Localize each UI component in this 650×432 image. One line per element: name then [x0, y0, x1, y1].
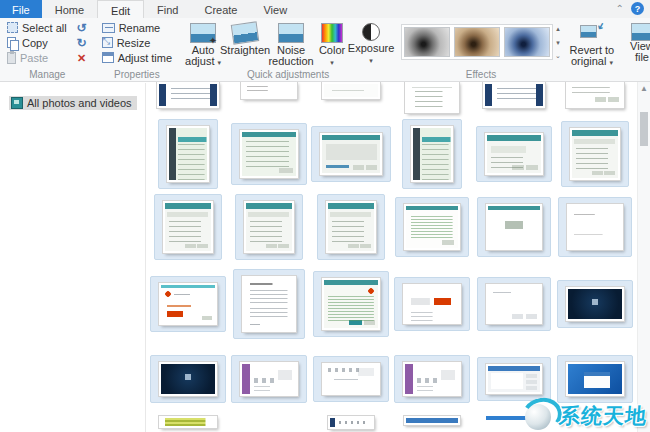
- caret-down-icon: ▾: [330, 59, 334, 66]
- group-revert: Revert to original ▾: [565, 18, 619, 81]
- noise-reduction-button[interactable]: Noise reduction: [267, 20, 315, 68]
- effects-gallery: [401, 24, 553, 60]
- group-view-file: View file: [619, 18, 650, 81]
- photo-thumbnail[interactable]: [328, 416, 374, 429]
- caret-down-icon: ▾: [369, 57, 373, 64]
- photo-thumbnail[interactable]: [404, 416, 460, 425]
- resize-icon: [102, 37, 113, 48]
- select-all-button[interactable]: Select all: [4, 20, 70, 35]
- photo-thumbnail[interactable]: [485, 133, 543, 175]
- straighten-icon: [231, 21, 260, 44]
- photo-thumbnail[interactable]: [326, 201, 376, 253]
- ribbon: Select all Copy Paste ↺ ↻ ✕ Manage: [0, 18, 650, 82]
- photo-thumbnail[interactable]: [242, 276, 296, 332]
- group-manage: Select all Copy Paste ↺ ↻ ✕ Manage: [0, 18, 95, 81]
- caret-down-icon: ▾: [218, 59, 222, 66]
- help-icon[interactable]: ?: [631, 2, 644, 15]
- straighten-button[interactable]: Straighten: [223, 20, 267, 68]
- copy-button[interactable]: Copy: [4, 35, 70, 50]
- auto-adjust-button[interactable]: Auto adjust ▾: [183, 20, 223, 68]
- color-button[interactable]: Color▾: [315, 20, 349, 68]
- group-effects: ▴ ▾ ⌄ Effects: [397, 18, 565, 81]
- paste-icon: [7, 52, 16, 64]
- tab-file[interactable]: File: [0, 0, 42, 18]
- gallery-more-icon[interactable]: ⌄: [555, 52, 561, 60]
- effect-cool-blue-thumbnail[interactable]: [504, 27, 550, 57]
- photo-thumbnail[interactable]: [240, 130, 298, 178]
- ribbon-tab-bar: File Home Edit Find Create View ⌃ ?: [0, 0, 650, 18]
- tab-create[interactable]: Create: [191, 0, 250, 18]
- adjust-time-icon: [102, 52, 114, 63]
- photo-thumbnail[interactable]: [403, 362, 461, 396]
- navigation-pane: All photos and videos: [0, 83, 146, 432]
- exposure-icon: [362, 23, 380, 41]
- photo-thumbnail[interactable]: [566, 287, 624, 321]
- minimize-ribbon-icon[interactable]: ⌃: [616, 4, 624, 14]
- photo-thumbnail[interactable]: [486, 416, 542, 420]
- auto-adjust-icon: [190, 23, 216, 43]
- photo-thumbnail[interactable]: [570, 128, 620, 180]
- photo-thumbnail[interactable]: [322, 278, 380, 330]
- photo-thumbnail[interactable]: [163, 201, 213, 253]
- rotate-right-button[interactable]: ↻: [73, 35, 91, 50]
- tab-view[interactable]: View: [250, 0, 300, 18]
- gallery-icon: [11, 97, 23, 109]
- effect-sepia-thumbnail[interactable]: [454, 27, 500, 57]
- tab-edit[interactable]: Edit: [97, 0, 144, 18]
- copy-icon: [7, 37, 18, 49]
- photo-thumbnail[interactable]: [322, 82, 380, 99]
- group-label-manage: Manage: [4, 69, 91, 81]
- photo-thumbnail[interactable]: [566, 82, 624, 108]
- photo-thumbnail[interactable]: [411, 126, 453, 182]
- rename-button[interactable]: Rename: [99, 20, 175, 35]
- resize-button[interactable]: Resize: [99, 35, 175, 50]
- delete-icon: ✕: [77, 52, 86, 64]
- color-icon: [321, 23, 343, 43]
- view-file-icon: [631, 23, 650, 41]
- photo-thumbnail[interactable]: [486, 364, 542, 394]
- revert-to-original-button[interactable]: Revert to original ▾: [569, 20, 615, 68]
- photo-thumbnail[interactable]: [157, 82, 219, 108]
- rotate-left-button[interactable]: ↺: [73, 20, 91, 35]
- group-properties: Rename Resize Adjust time Properties: [95, 18, 179, 81]
- nav-all-photos-and-videos[interactable]: All photos and videos: [9, 96, 137, 110]
- photo-thumbnail[interactable]: [244, 201, 294, 253]
- photo-thumbnail[interactable]: [404, 204, 460, 250]
- gallery-scroll-up-icon[interactable]: ▴: [555, 25, 561, 33]
- photo-thumbnail[interactable]: [566, 362, 624, 396]
- tab-find[interactable]: Find: [144, 0, 191, 18]
- paste-button[interactable]: Paste: [4, 50, 70, 65]
- scrollbar-thumb[interactable]: [640, 112, 648, 146]
- photo-thumbnail[interactable]: [405, 82, 459, 113]
- photo-thumbnail[interactable]: [322, 363, 380, 395]
- noise-reduction-icon: [278, 23, 304, 43]
- effect-grayscale-thumbnail[interactable]: [404, 27, 450, 57]
- group-label-properties: Properties: [99, 69, 175, 81]
- exposure-button[interactable]: Exposure▾: [349, 20, 393, 68]
- photo-thumbnail[interactable]: [241, 82, 297, 99]
- rotate-left-icon: ↺: [77, 22, 87, 34]
- photo-thumbnail[interactable]: [159, 283, 217, 325]
- photo-thumbnail[interactable]: [486, 204, 542, 250]
- revert-icon: [580, 23, 604, 45]
- photo-thumbnail[interactable]: [167, 126, 209, 182]
- photo-thumbnail[interactable]: [567, 204, 623, 250]
- photo-thumbnail[interactable]: [403, 284, 461, 324]
- scroll-up-icon[interactable]: ▲: [638, 82, 650, 94]
- select-all-icon: [7, 22, 18, 33]
- photo-thumbnail[interactable]: [320, 133, 382, 175]
- gallery-scroll-down-icon[interactable]: ▾: [555, 39, 561, 47]
- tab-home[interactable]: Home: [42, 0, 97, 18]
- photo-thumbnail[interactable]: [159, 362, 217, 396]
- photo-thumbnail[interactable]: [483, 82, 545, 108]
- view-file-button[interactable]: View file: [623, 20, 650, 63]
- photo-thumbnail[interactable]: [159, 416, 217, 428]
- rotate-right-icon: ↻: [77, 37, 87, 49]
- photo-thumbnail[interactable]: [240, 362, 298, 396]
- group-label-effects: Effects: [401, 69, 561, 81]
- delete-button[interactable]: ✕: [73, 50, 91, 65]
- adjust-time-button[interactable]: Adjust time: [99, 50, 175, 65]
- photo-thumbnail[interactable]: [486, 284, 542, 324]
- vertical-scrollbar[interactable]: ▲: [637, 82, 650, 432]
- group-label-quick-adjustments: Quick adjustments: [183, 69, 393, 81]
